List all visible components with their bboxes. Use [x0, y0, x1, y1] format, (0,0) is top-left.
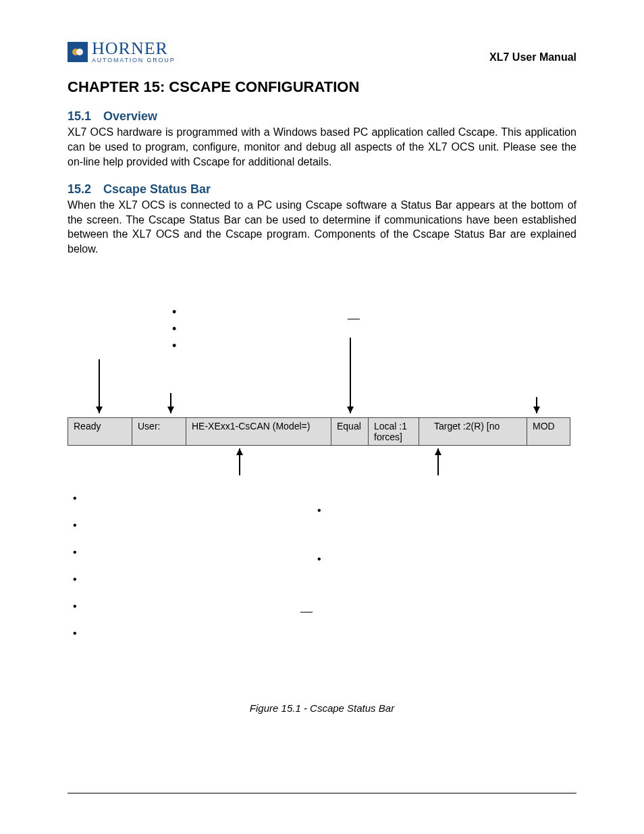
section-15-1-heading: 15.1Overview: [68, 109, 576, 124]
status-user: User:: [132, 418, 186, 445]
top-bullet-list: [172, 304, 176, 355]
status-target: Target :2(R) [no: [419, 418, 527, 445]
logo-name: HORNER: [92, 41, 175, 56]
logo: HORNER AUTOMATION GROUP: [68, 41, 175, 63]
status-mod: MOD: [527, 418, 564, 445]
svg-point-1: [76, 49, 83, 55]
bottom-right-bullets: [317, 505, 321, 602]
status-model: HE-XExx1-CsCAN (Model=): [186, 418, 331, 445]
diagram-area: Ready User: HE-XExx1-CsCAN (Model=) Equa…: [68, 277, 576, 696]
figure-caption: Figure 15.1 - Cscape Status Bar: [68, 702, 576, 714]
section-title: Overview: [103, 109, 157, 123]
manual-title: XL7 User Manual: [489, 51, 576, 63]
bottom-left-bullets: [73, 493, 329, 655]
page-header: HORNER AUTOMATION GROUP XL7 User Manual: [68, 41, 576, 63]
status-local: Local :1 forces]: [369, 418, 419, 445]
section-15-2-heading: 15.2Cscape Status Bar: [68, 182, 576, 197]
logo-icon: [68, 42, 88, 62]
status-local-line1: Local :1: [374, 421, 407, 432]
section-15-1-body: XL7 OCS hardware is programmed with a Wi…: [68, 125, 576, 169]
status-equal: Equal: [331, 418, 369, 445]
section-title: Cscape Status Bar: [103, 182, 211, 196]
section-number: 15.1: [68, 109, 91, 123]
status-local-line2: forces]: [374, 432, 402, 442]
footer-rule: [68, 793, 576, 793]
underline-mark: [348, 319, 360, 320]
chapter-title: CHAPTER 15: CSCAPE CONFIGURATION: [68, 78, 576, 96]
logo-subtitle: AUTOMATION GROUP: [92, 57, 175, 63]
section-15-2-body: When the XL7 OCS is connected to a PC us…: [68, 198, 576, 256]
underline-mark-lower: [300, 612, 313, 613]
cscape-status-bar: Ready User: HE-XExx1-CsCAN (Model=) Equa…: [68, 417, 570, 446]
section-number: 15.2: [68, 182, 91, 196]
status-ready: Ready: [68, 418, 132, 445]
